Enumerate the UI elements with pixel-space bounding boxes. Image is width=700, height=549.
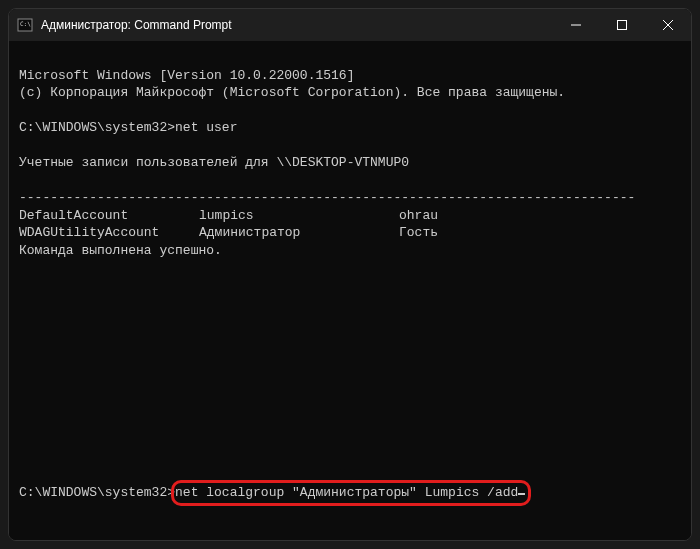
separator-line: ----------------------------------------… [19, 190, 635, 205]
user-cell: DefaultAccount [19, 207, 199, 225]
command-prompt-window: C:\ Администратор: Command Prompt Micros… [8, 8, 692, 541]
current-input-line: C:\WINDOWS\system32>net localgroup "Адми… [19, 480, 681, 532]
maximize-button[interactable] [599, 9, 645, 41]
text-cursor [518, 493, 525, 495]
terminal-area[interactable]: Microsoft Windows [Version 10.0.22000.15… [9, 41, 691, 540]
user-cell: WDAGUtilityAccount [19, 224, 199, 242]
user-cell: lumpics [199, 207, 399, 225]
command-text: net user [175, 120, 237, 135]
svg-text:C:\: C:\ [20, 20, 31, 27]
user-cell: Гость [399, 224, 438, 242]
prompt: C:\WINDOWS\system32> [19, 485, 175, 500]
success-message: Команда выполнена успешно. [19, 243, 222, 258]
user-cell: ohrau [399, 207, 438, 225]
command-text: net localgroup "Администраторы" Lumpics … [175, 485, 518, 500]
copyright-line: (c) Корпорация Майкрософт (Microsoft Cor… [19, 85, 565, 100]
cmd-icon: C:\ [17, 17, 33, 33]
window-title: Администратор: Command Prompt [41, 18, 553, 32]
prompt: C:\WINDOWS\system32> [19, 120, 175, 135]
users-heading: Учетные записи пользователей для \\DESKT… [19, 155, 409, 170]
svg-rect-3 [618, 21, 627, 30]
close-button[interactable] [645, 9, 691, 41]
window-controls [553, 9, 691, 41]
terminal-output: Microsoft Windows [Version 10.0.22000.15… [19, 49, 681, 277]
terminal-spacer [19, 277, 681, 480]
minimize-button[interactable] [553, 9, 599, 41]
titlebar[interactable]: C:\ Администратор: Command Prompt [9, 9, 691, 41]
version-line: Microsoft Windows [Version 10.0.22000.15… [19, 68, 354, 83]
highlighted-command: net localgroup "Администраторы" Lumpics … [175, 484, 525, 502]
user-cell: Администратор [199, 224, 399, 242]
